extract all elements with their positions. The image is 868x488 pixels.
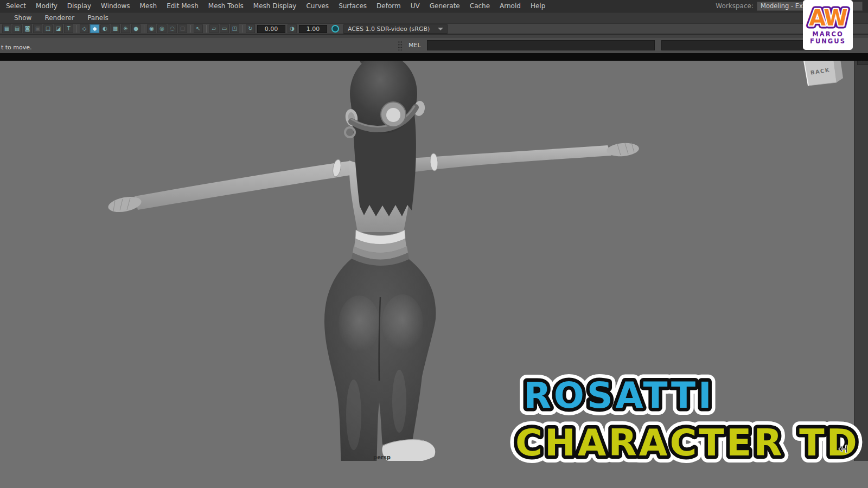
colorspace-value: ACES 1.0 SDR-video (sRGB) <box>348 25 430 33</box>
time-slider-strip <box>0 34 868 38</box>
mel-toggle[interactable]: MEL <box>409 42 421 49</box>
workspace-label: Workspace: <box>716 2 754 10</box>
menu-item-modify[interactable]: Modify <box>31 0 62 12</box>
title-line1: ROSATTI <box>524 375 714 416</box>
help-line-text: t to move. <box>1 44 32 51</box>
lighting-icon[interactable]: ☀ <box>121 24 130 33</box>
gate-mask-icon[interactable]: ▣ <box>33 24 42 33</box>
toolbar-separator <box>204 25 207 33</box>
title-overlay: ROSATTI ROSATTI CHARACTER TD CHARACTER T… <box>505 358 863 472</box>
logo-initials: AW <box>809 5 847 30</box>
isolate-select-icon[interactable]: ↖ <box>194 24 203 33</box>
multisample-icon[interactable]: ▢ <box>178 24 187 33</box>
toolbar-separator <box>142 25 144 33</box>
menu-item-help[interactable]: Help <box>526 0 550 12</box>
marco-fungus-logo: AW AW MARCO FUNGUS <box>803 0 853 50</box>
textured-mode-icon[interactable]: ◐ <box>100 24 110 33</box>
panel-menu-bar: ShowRendererPanels <box>0 12 868 23</box>
title-line2: CHARACTER TD <box>515 421 859 464</box>
menu-item-mesh-tools[interactable]: Mesh Tools <box>203 0 248 12</box>
gamma-field[interactable]: 1.00 <box>299 25 327 33</box>
reflections-icon[interactable]: ◉ <box>147 24 156 33</box>
panel-menu-item-show[interactable]: Show <box>8 12 38 24</box>
menu-item-arnold[interactable]: Arnold <box>495 0 526 12</box>
command-line-bar: t to move. MEL <box>0 38 868 53</box>
tear-off-copy-icon[interactable]: ▭ <box>220 24 229 33</box>
cursor-icon <box>838 444 848 454</box>
grid-icon[interactable]: ▦ <box>2 24 11 33</box>
menu-item-mesh-display[interactable]: Mesh Display <box>248 0 302 12</box>
panel-menu-items: ShowRendererPanels <box>8 12 115 23</box>
exposure-icon[interactable]: ↻ <box>246 24 255 33</box>
menu-item-edit-mesh[interactable]: Edit Mesh <box>162 0 203 12</box>
colorspace-dropdown[interactable]: ACES 1.0 SDR-video (sRGB) <box>343 24 448 34</box>
command-input[interactable] <box>427 40 655 50</box>
chevron-down-icon <box>438 28 443 30</box>
main-menu-bar: SelectModifyDisplayWindowsMeshEdit MeshM… <box>0 0 868 12</box>
material-override-icon[interactable]: ▩ <box>111 24 120 33</box>
motion-blur-icon[interactable]: ◌ <box>168 24 177 33</box>
panel-menu-item-panels[interactable]: Panels <box>81 12 115 24</box>
menu-item-deform[interactable]: Deform <box>372 0 406 12</box>
hud-icon[interactable]: T <box>64 24 73 33</box>
toolbar-separator <box>74 25 77 33</box>
menu-items: SelectModifyDisplayWindowsMeshEdit MeshM… <box>1 0 550 12</box>
shadows-icon[interactable]: ● <box>131 24 141 33</box>
maya-window: SelectModifyDisplayWindowsMeshEdit MeshM… <box>0 0 868 488</box>
camera-label: persp <box>373 454 391 460</box>
pane-layout-icon[interactable]: ▱ <box>209 24 219 33</box>
resolution-gate-icon[interactable]: ◙ <box>23 24 32 33</box>
panel-toolbar: ▦▤◙▣◲◪T◇◆◐▩☀●◉◎◌▢↖▱▭◳↻ 0.00 ◑ 1.00 ACES … <box>0 23 868 34</box>
shaded-mode-icon[interactable]: ◆ <box>90 24 99 33</box>
depth-of-field-icon[interactable]: ◎ <box>157 24 167 33</box>
toolbar-icons: ▦▤◙▣◲◪T◇◆◐▩☀●◉◎◌▢↖▱▭◳↻ <box>2 24 255 33</box>
color-managed-toggle-icon[interactable] <box>331 25 339 33</box>
maximize-pane-icon[interactable]: ◳ <box>230 24 239 33</box>
command-line-grip[interactable] <box>398 41 403 50</box>
menu-item-display[interactable]: Display <box>62 0 96 12</box>
gamma-icon[interactable]: ◑ <box>288 24 297 33</box>
menu-item-generate[interactable]: Generate <box>425 0 465 12</box>
toolbar-separator <box>240 25 243 33</box>
logo-line2: FUNGUS <box>810 37 846 45</box>
wireframe-mode-icon[interactable]: ◇ <box>80 24 89 33</box>
menu-item-mesh[interactable]: Mesh <box>135 0 162 12</box>
bottom-edge-strip <box>0 53 868 61</box>
image-plane-icon[interactable]: ◪ <box>54 24 63 33</box>
menu-item-uv[interactable]: UV <box>406 0 425 12</box>
film-gate-icon[interactable]: ▤ <box>12 24 22 33</box>
panel-menu-item-renderer[interactable]: Renderer <box>38 12 81 24</box>
logo-line1: MARCO <box>812 30 843 38</box>
menu-item-windows[interactable]: Windows <box>96 0 135 12</box>
menu-item-cache[interactable]: Cache <box>465 0 495 12</box>
toolbar-separator <box>188 25 191 33</box>
menu-item-curves[interactable]: Curves <box>301 0 334 12</box>
menu-item-surfaces[interactable]: Surfaces <box>334 0 372 12</box>
menu-item-select[interactable]: Select <box>1 0 31 12</box>
exposure-field[interactable]: 0.00 <box>257 25 285 33</box>
field-chart-icon[interactable]: ◲ <box>43 24 53 33</box>
